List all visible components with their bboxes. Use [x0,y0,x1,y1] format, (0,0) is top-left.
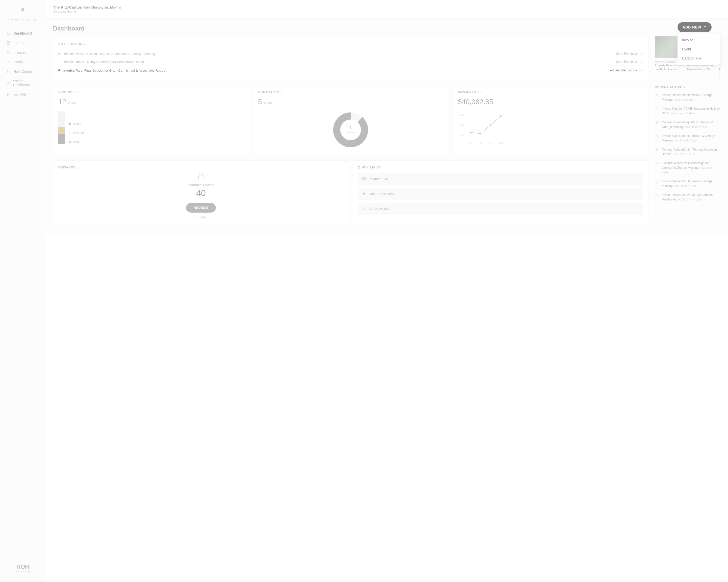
add-new-button[interactable]: ADD NEW ⌃ [677,22,711,32]
help-icon: ? [6,70,11,74]
dollar-icon: $ [655,193,659,197]
page-title: Dashboard [53,25,649,32]
contracts-total: 5 [258,98,262,106]
notifications-title: NOTIFICATIONS [58,43,643,46]
activity-item[interactable]: $Invoice Viewed for ACME Corporation Hol… [655,193,721,202]
footer-logo: ROH CARATS & CAKE [0,558,46,577]
header-subtitle: Corporate Events [53,10,721,13]
ql-create-portal[interactable]: Create New Portal → [358,188,643,200]
dropdown-invoice[interactable]: Invoice [677,35,721,45]
activity-item[interactable]: Contract Countersigned for Jamison & Geo… [655,120,721,129]
activity-time: Jan 29 at 8:06am [673,153,695,156]
points-label: CURRENT POINTS [58,184,343,187]
roh-tagline: CARATS & CAKE [5,571,41,572]
contracts-card: CONTRACTS? 5TOTAL 1 Active [253,85,448,155]
nav-dashboard[interactable]: Dashboard [4,28,42,38]
pen-icon [655,120,659,124]
invoices-total: 12 [58,98,66,106]
help-icon[interactable]: ? [77,166,80,169]
invoices-chart: 9Active 1Past Due 2Paid [58,111,243,144]
activity-text: Contract Uploaded for Thomas Anderson Br… [662,147,721,156]
activity-item[interactable]: $Invoice Viewed for Jamison & George Mee… [655,179,721,188]
calendar-icon [6,40,11,45]
close-icon[interactable]: ✕ [640,60,643,64]
nav-label: Cards [14,60,23,64]
help-icon[interactable]: ? [281,90,284,94]
arrow-right-icon: → [636,207,639,211]
nav-switch[interactable]: Switch Dashboard [4,76,42,89]
activity-item[interactable]: Contract Ready for Countersign for Jamis… [655,161,721,174]
dollar-icon: $ [655,179,659,184]
activity-time: Today at 8:15am [675,98,695,101]
activity-item[interactable]: $Invoice Past Due for Jamison & George M… [655,134,721,143]
svg-point-25 [364,193,364,194]
send-reminder-link[interactable]: Send Reminder [616,60,637,63]
contracts-total-label: TOTAL [263,102,273,105]
invoices-total-label: TOTAL [68,102,77,105]
svg-text:1/2: 1/2 [469,142,472,144]
activity-item[interactable]: $Invoice Viewed for Jamison & George Mee… [655,93,721,102]
add-new-wrapper: ADD NEW ⌃ Invoice Event Card on File [677,22,721,65]
gift-icon [58,173,343,182]
redeem-button[interactable]: REDEEM [186,203,215,213]
activity-item[interactable]: $Invoice Paid for ACME Corporation Holid… [655,106,721,115]
invoices-title: INVOICES [58,90,75,94]
notif-title: Invoice Due in 14 Days, [63,60,98,64]
external-icon: ↗ [33,71,35,73]
close-icon[interactable]: ✕ [640,68,643,73]
svg-text:1/9: 1/9 [479,142,482,144]
svg-text:$60k: $60k [459,114,464,116]
bar-paid [58,134,66,144]
notif-title: Invoice Paid, [63,68,83,73]
svg-rect-1 [7,41,10,45]
activity-item[interactable]: Contract Uploaded for Thomas Anderson Br… [655,147,721,156]
nav-invoices[interactable]: $ Invoices [4,48,42,57]
activity-time: Jan 28 at 8:15am [675,184,696,187]
activity-time: Yesterday at 6:02am [671,112,696,115]
ql-label: Add New User [368,207,390,211]
notif-desc: Initial Deposit for Jamison & George Mee… [89,52,155,56]
switch-icon [6,81,10,85]
ql-add-user[interactable]: Add New User → [358,203,643,215]
svg-point-16 [500,115,501,117]
points-value: 40 [58,188,343,198]
nav-cards[interactable]: Cards [4,57,42,67]
learn-more-link[interactable]: Learn More [58,216,343,219]
card-icon [6,60,11,64]
svg-point-15 [490,124,492,126]
send-reminder-link[interactable]: Send Reminder [616,52,637,55]
activity-time: Jan 27 at 8:15am [682,198,703,201]
nav-help[interactable]: ? Help Center↗ [4,67,42,76]
payments-title: PAYMENTS [458,90,476,94]
svg-rect-4 [7,61,10,63]
page-header: The Ritz-Carlton Key Biscayne, Miami Cor… [46,0,728,19]
dropdown-event[interactable]: Event [677,45,721,54]
ql-label: Create New Portal [368,192,395,196]
roh-text: ROH [5,563,41,571]
brand-name: THE RITZ·CARLTON [5,19,41,21]
dropdown-card[interactable]: Card on File [677,54,721,63]
help-icon[interactable]: ? [76,90,79,94]
notif-desc: Final Deposit for Grant Carmichael & Ass… [83,68,166,73]
activity-text: Invoice Past Due for Jamison & George Me… [662,134,721,143]
lion-icon [5,7,41,17]
close-icon[interactable]: ✕ [640,52,643,56]
notif-desc: Catering for Benchmark Dinner [98,60,144,64]
notification-row-highlighted: Invoice Paid, Final Deposit for Grant Ca… [56,66,646,75]
sidebar: THE RITZ·CARLTON Dashboard Events $ Invo… [0,0,46,582]
nav-events[interactable]: Events [4,38,42,48]
add-invoice-link[interactable]: Add Another Invoice [610,68,637,72]
legend-label: Active [73,122,81,126]
nav-logout[interactable]: Log Out [4,89,42,99]
help-icon[interactable]: ? [477,90,481,94]
ql-payment-site[interactable]: Payment Site → [358,173,643,185]
status-dot-icon [58,70,60,72]
main-content: The Ritz-Carlton Key Biscayne, Miami Cor… [46,0,728,582]
nav-label: Help Center [14,70,32,74]
invoices-card: INVOICES? 12TOTAL 9Active 1Past Due [53,85,249,155]
bar-active [58,111,66,127]
gauge-icon [6,31,11,35]
arrow-right-icon: → [636,177,639,181]
activity-list: $Invoice Viewed for Jamison & George Mee… [655,93,721,202]
recent-activity-title: RECENT ACTIVITY [655,85,721,89]
